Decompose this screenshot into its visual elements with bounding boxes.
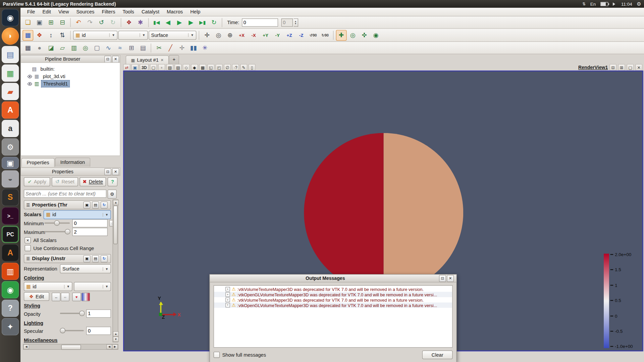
- select-colors-icon[interactable]: ❖: [124, 17, 135, 28]
- properties-float-icon[interactable]: ⊡: [104, 168, 111, 175]
- pipeline-float-icon[interactable]: ⊡: [104, 56, 111, 63]
- stream-tracer-icon[interactable]: ∿: [103, 43, 114, 53]
- launcher-calc-icon[interactable]: ▦: [2, 64, 19, 81]
- orientation-axes-toggle-icon[interactable]: ✚: [336, 30, 347, 41]
- minimum-input[interactable]: [72, 219, 108, 227]
- select-points-polygon-icon[interactable]: ◆: [191, 64, 198, 71]
- launcher-workspace-icon[interactable]: ✦: [2, 318, 19, 335]
- scroll-left2-icon[interactable]: ◀: [106, 344, 112, 349]
- specular-slider[interactable]: [60, 327, 84, 335]
- glyph-filter-icon[interactable]: ●: [34, 43, 45, 53]
- launcher-disks-icon[interactable]: ◒: [2, 170, 19, 187]
- contour-filter-icon[interactable]: ◎: [80, 43, 91, 53]
- properties-close-icon[interactable]: ✕: [112, 168, 119, 175]
- reset-center-icon[interactable]: ◉: [370, 30, 381, 41]
- clip-filter-icon[interactable]: ◪: [46, 43, 56, 53]
- save-state-icon[interactable]: ⊟: [57, 17, 68, 28]
- menu-view[interactable]: View: [55, 8, 72, 15]
- first-frame-icon[interactable]: ▮◀: [151, 17, 162, 28]
- launcher-help-icon[interactable]: ?: [2, 300, 19, 317]
- message-row[interactable]: + ⚠ :vtkOpenGLVolumeTextureMapper3D was …: [214, 292, 452, 297]
- extract-selection-icon[interactable]: ✂: [154, 43, 164, 53]
- select-points-rect-icon[interactable]: ▫: [158, 64, 165, 71]
- set-view-plus-x-button[interactable]: +X: [236, 30, 247, 40]
- launcher-terminal-icon[interactable]: >_: [2, 207, 19, 224]
- scroll-up2-icon[interactable]: ▲: [113, 331, 119, 337]
- interactive-select-points-icon[interactable]: ◰: [216, 64, 223, 71]
- opacity-input[interactable]: [86, 309, 111, 317]
- camera-mode-label[interactable]: 3D: [140, 64, 149, 71]
- reset-camera-icon[interactable]: ✛: [202, 30, 212, 41]
- palette-icon[interactable]: ✱: [135, 17, 146, 28]
- tab-properties[interactable]: Properties: [21, 158, 55, 167]
- representation-combo[interactable]: Surface ▼: [149, 31, 196, 40]
- rotate-90-ccw-button[interactable]: ↺90: [308, 30, 319, 40]
- pipeline-item-threshold[interactable]: ▥ Threshold1: [21, 80, 120, 87]
- delete-button[interactable]: ✖Delete: [80, 177, 106, 186]
- scalar-bar-toggle-icon[interactable]: ▦: [22, 30, 33, 41]
- launcher-paraview-icon[interactable]: ◉: [2, 9, 19, 26]
- menu-edit[interactable]: Edit: [39, 8, 54, 15]
- pipeline-item-source[interactable]: ▦ plot_3d.vti: [21, 73, 120, 80]
- center-of-rotation-icon[interactable]: ◎: [347, 30, 358, 41]
- horizontal-scrollbar[interactable]: ◀ ◀ ▶: [23, 344, 118, 350]
- output-dialog-close-icon[interactable]: ✕: [447, 275, 454, 282]
- network-arrows-icon[interactable]: ⇅: [582, 2, 586, 6]
- zoom-to-box-icon[interactable]: ⊕: [225, 30, 235, 41]
- maximize-view-icon[interactable]: ▢: [627, 64, 634, 71]
- rescale-to-data-icon[interactable]: ↕: [46, 30, 56, 41]
- panel-splitter[interactable]: [120, 54, 123, 362]
- message-list[interactable]: + ⚠ :vtkVolumeTextureMapper3D was deprec…: [214, 285, 453, 348]
- select-cells-rect-icon[interactable]: ▢: [150, 64, 157, 71]
- set-view-minus-x-button[interactable]: -X: [248, 30, 259, 40]
- menu-file[interactable]: File: [24, 8, 38, 15]
- output-dialog-titlebar[interactable]: Output Messages ⊡ ✕: [210, 275, 457, 282]
- reset-defaults-icon[interactable]: ↻: [101, 201, 108, 208]
- histogram-icon[interactable]: ▮▮: [188, 43, 199, 53]
- representation-select[interactable]: Surface ▼: [60, 264, 111, 274]
- camera-redo-icon[interactable]: ↻: [108, 17, 118, 28]
- layout-tab-close-icon[interactable]: ×: [161, 57, 164, 63]
- rescale-data-range-icon[interactable]: ↔: [52, 293, 60, 301]
- zoom-to-data-icon[interactable]: ◎: [213, 30, 224, 41]
- keyboard-layout-indicator[interactable]: En: [590, 1, 596, 6]
- slice-filter-icon[interactable]: ▱: [57, 43, 68, 53]
- maximum-input[interactable]: [72, 228, 108, 236]
- launcher-pycharm-icon[interactable]: PC: [2, 226, 19, 243]
- plot-over-line-icon[interactable]: ╱: [165, 43, 176, 53]
- hover-cells-tooltip-icon[interactable]: ∅: [224, 64, 231, 71]
- layout-tab[interactable]: ▦ Layout #1 ×: [126, 55, 169, 64]
- scalars-combo[interactable]: ▦ id ▼: [44, 210, 111, 219]
- coloring-array-combo[interactable]: ▦ id ▼: [24, 282, 72, 291]
- maximum-slider[interactable]: [44, 228, 70, 236]
- open-file-icon[interactable]: ❏: [22, 17, 33, 28]
- component-selector-combo[interactable]: ▼: [118, 31, 148, 40]
- properties-section-header[interactable]: ☰ Properties (Thr ▣ ▤ ↻: [24, 200, 111, 209]
- menu-sources[interactable]: Sources: [73, 8, 98, 15]
- launcher-files-icon[interactable]: ▥: [2, 263, 19, 280]
- previous-frame-icon[interactable]: ◀: [163, 17, 173, 28]
- clock[interactable]: 11:04: [621, 1, 632, 6]
- help-button[interactable]: ?: [108, 177, 117, 186]
- menu-filters[interactable]: Filters: [99, 8, 119, 15]
- save-data-icon[interactable]: ▣: [34, 17, 45, 28]
- select-block-icon[interactable]: ▩: [199, 64, 206, 71]
- clipboard-icon[interactable]: ▯: [249, 64, 256, 71]
- expand-icon[interactable]: +: [225, 287, 230, 291]
- play-icon[interactable]: ▶: [174, 17, 185, 28]
- pick-center-icon[interactable]: ✜: [359, 30, 370, 41]
- warp-by-vector-icon[interactable]: ≈: [115, 43, 125, 53]
- minimum-slider[interactable]: [44, 219, 70, 227]
- pipeline-close-icon[interactable]: ✕: [112, 56, 119, 63]
- visibility-eye-icon[interactable]: [27, 74, 33, 79]
- launcher-impress-icon[interactable]: ▰: [2, 83, 19, 100]
- array-selector-combo[interactable]: ▦ id ▼: [73, 31, 117, 40]
- set-view-plus-z-button[interactable]: +Z: [284, 30, 295, 40]
- export-view-icon[interactable]: ⇄: [123, 64, 130, 71]
- display-section-header[interactable]: ☰ Display (Unstr ▣ ▤ ↻: [24, 254, 111, 263]
- load-state-icon[interactable]: ⊞: [46, 17, 56, 28]
- copy-properties-icon[interactable]: ▣: [84, 201, 91, 208]
- time-input[interactable]: [242, 18, 278, 26]
- split-horizontal-icon[interactable]: ⊟: [609, 64, 616, 71]
- launcher-settings-icon[interactable]: ⚙: [2, 138, 19, 156]
